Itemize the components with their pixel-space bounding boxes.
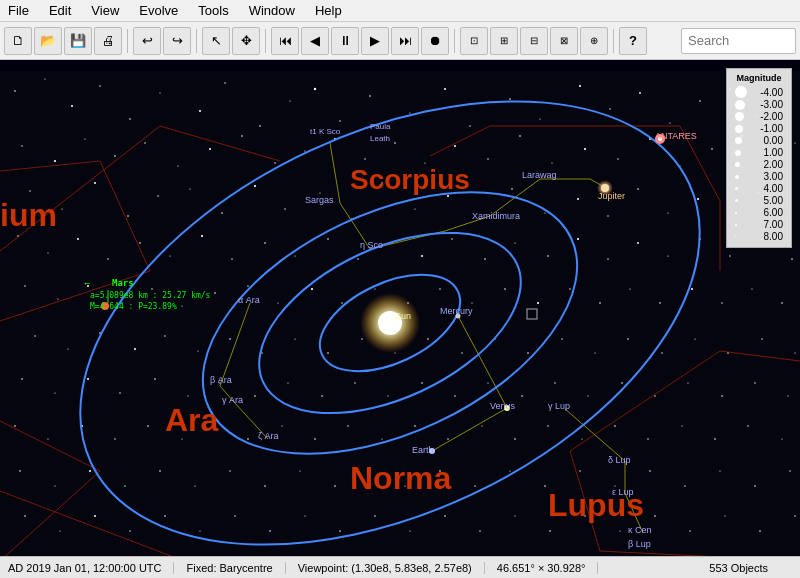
- svg-point-8: [224, 82, 225, 83]
- svg-point-238: [514, 515, 515, 516]
- svg-point-61: [284, 208, 285, 209]
- svg-point-27: [21, 145, 22, 146]
- mag-dot-6: [735, 212, 737, 214]
- menu-view[interactable]: View: [87, 1, 123, 20]
- svg-point-28: [54, 160, 56, 162]
- mag-row-neg1: -1.00: [735, 123, 783, 134]
- svg-point-3: [71, 105, 73, 107]
- view2-button[interactable]: ⊟: [520, 27, 548, 55]
- svg-point-152: [794, 352, 795, 353]
- svg-point-235: [409, 530, 410, 531]
- mag-label-neg4: -4.00: [753, 87, 783, 98]
- norma-label: Norma: [350, 460, 452, 496]
- svg-point-175: [754, 382, 755, 383]
- toolbar-separator-2: [196, 29, 197, 53]
- svg-point-4: [99, 85, 100, 86]
- mag-dot-4: [735, 187, 738, 190]
- svg-point-145: [561, 338, 562, 339]
- undo-button[interactable]: ↩: [133, 27, 161, 55]
- print-button[interactable]: 🖨: [94, 27, 122, 55]
- gamma-ara-label: γ Ara: [222, 395, 243, 405]
- sargas-label: Sargas: [305, 195, 334, 205]
- status-viewpoint-label: Fixed: Barycentre: [186, 562, 285, 574]
- mag-dot-5: [735, 199, 738, 202]
- open-button[interactable]: 📂: [34, 27, 62, 55]
- svg-point-153: [21, 378, 23, 380]
- svg-point-204: [124, 485, 125, 486]
- view1-button[interactable]: ⊞: [490, 27, 518, 55]
- svg-point-21: [639, 92, 641, 94]
- view3-button[interactable]: ⊠: [550, 27, 578, 55]
- svg-point-169: [554, 382, 555, 383]
- svg-point-205: [159, 470, 161, 472]
- svg-point-195: [614, 425, 616, 427]
- svg-point-56: [127, 215, 129, 217]
- play-button[interactable]: ▶: [361, 27, 389, 55]
- svg-point-155: [87, 378, 89, 380]
- new-button[interactable]: 🗋: [4, 27, 32, 55]
- menu-help[interactable]: Help: [311, 1, 346, 20]
- svg-point-71: [607, 215, 608, 216]
- menu-edit[interactable]: Edit: [45, 1, 75, 20]
- svg-point-46: [617, 158, 618, 159]
- svg-point-221: [719, 470, 720, 471]
- svg-point-127: [751, 288, 752, 289]
- svg-point-9: [259, 125, 261, 127]
- menu-tools[interactable]: Tools: [194, 1, 232, 20]
- select-button[interactable]: ↖: [202, 27, 230, 55]
- status-objects: 553 Objects: [709, 562, 780, 574]
- help-button[interactable]: ?: [619, 27, 647, 55]
- step-back-button[interactable]: ◀: [301, 27, 329, 55]
- statusbar: AD 2019 Jan 01, 12:00:00 UTC Fixed: Bary…: [0, 556, 800, 578]
- svg-point-181: [147, 425, 149, 427]
- svg-point-166: [454, 395, 455, 396]
- sun-label: Sun: [395, 311, 411, 321]
- svg-point-122: [599, 302, 601, 304]
- svg-point-84: [201, 235, 203, 237]
- menu-file[interactable]: File: [4, 1, 33, 20]
- svg-point-72: [637, 188, 639, 190]
- svg-point-44: [551, 162, 552, 163]
- svg-point-163: [354, 382, 355, 383]
- svg-point-214: [474, 485, 475, 486]
- search-input[interactable]: [681, 28, 796, 54]
- svg-point-65: [414, 208, 415, 209]
- save-button[interactable]: 💾: [64, 27, 92, 55]
- sky-view[interactable]: Scorpius Ara Norma Lupus Triangulum ium …: [0, 60, 800, 578]
- mag-dot-2: [735, 162, 740, 167]
- epsilon-lup-label: ε Lup: [612, 487, 634, 497]
- svg-point-45: [584, 148, 586, 150]
- svg-point-199: [747, 425, 748, 426]
- step-back-fast-button[interactable]: ⏮: [271, 27, 299, 55]
- alpha-ara-label: α Ara: [238, 295, 260, 305]
- svg-point-66: [447, 195, 449, 197]
- svg-point-14: [409, 112, 410, 113]
- svg-point-177: [14, 425, 16, 427]
- svg-point-194: [581, 438, 582, 439]
- realtime-button[interactable]: ⏺: [421, 27, 449, 55]
- svg-point-245: [759, 530, 761, 532]
- menu-evolve[interactable]: Evolve: [135, 1, 182, 20]
- svg-point-62: [319, 192, 320, 193]
- svg-point-184: [247, 438, 249, 440]
- redo-button[interactable]: ↪: [163, 27, 191, 55]
- pause-button[interactable]: ⏸: [331, 27, 359, 55]
- svg-point-42: [487, 158, 488, 159]
- svg-point-220: [684, 485, 685, 486]
- menu-window[interactable]: Window: [245, 1, 299, 20]
- scorpius-label: Scorpius: [350, 164, 470, 195]
- svg-point-70: [577, 198, 579, 200]
- magnitude-title: Magnitude: [735, 73, 783, 83]
- zoom-fit-button[interactable]: ⊡: [460, 27, 488, 55]
- svg-point-114: [341, 302, 342, 303]
- svg-point-244: [724, 515, 725, 516]
- mag-label-neg3: -3.00: [753, 99, 783, 110]
- mag-dot-neg3: [735, 100, 745, 110]
- beta-lup-label: β Lup: [628, 539, 651, 549]
- options-button[interactable]: ⊕: [580, 27, 608, 55]
- partial-label: ium: [0, 197, 57, 233]
- svg-point-87: [294, 255, 295, 256]
- move-button[interactable]: ✥: [232, 27, 260, 55]
- step-forward-fast-button[interactable]: ⏭: [391, 27, 419, 55]
- mag-dot-8: [735, 236, 736, 237]
